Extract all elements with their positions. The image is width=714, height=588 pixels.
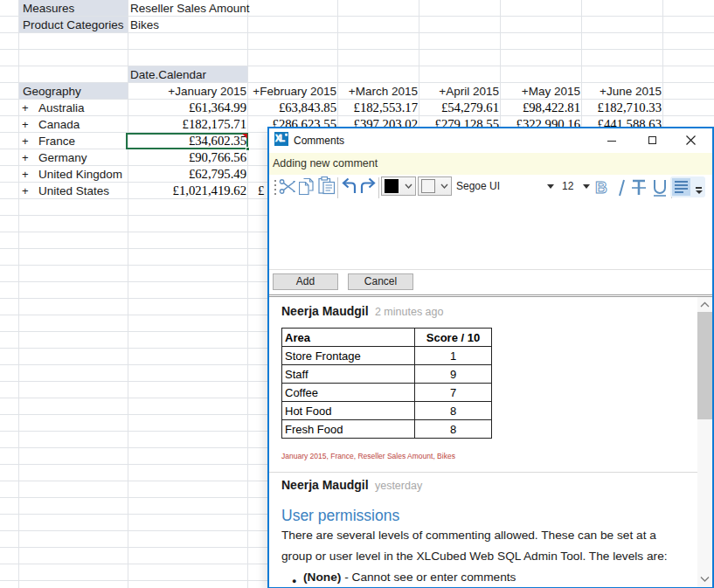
- svg-text:B: B: [595, 178, 607, 197]
- svg-text:XL: XL: [275, 134, 285, 143]
